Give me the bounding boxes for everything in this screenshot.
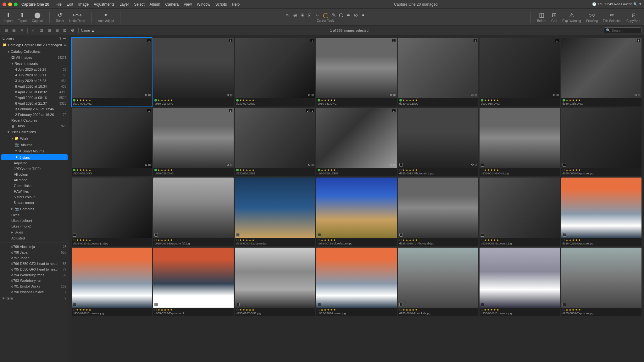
cursor-tool-8[interactable]: ⬡: [339, 12, 343, 18]
library-menu-icon[interactable]: •••: [63, 36, 66, 40]
album-worlebury-rain[interactable]: d793 Worlebury rain: [0, 278, 69, 283]
search-box[interactable]: 🔍 Search: [604, 27, 641, 33]
recent-import-0[interactable]: 4 July 2020 at 09:28 33: [0, 67, 69, 72]
cursor-tool-9[interactable]: ✒: [347, 12, 351, 18]
cursor-tool-11[interactable]: ✦: [361, 12, 365, 18]
proofing-button[interactable]: ○○ Proofing: [586, 12, 598, 23]
photo-checkbox-15[interactable]: [481, 163, 484, 167]
view-icon-3[interactable]: ≡: [18, 27, 25, 34]
recent-import-1[interactable]: 4 July 2020 at 09:11 53: [0, 72, 69, 78]
photo-cell-10[interactable]: 1 ⚙ ⊞ ★★★★★ d930-038.DNG: [72, 108, 152, 177]
menu-album[interactable]: Album: [150, 2, 160, 7]
menu-view[interactable]: View: [184, 2, 192, 7]
sidebar-item-green-links[interactable]: Green links: [0, 183, 69, 189]
photo-cell-32[interactable]: ★★★★★ d935-0267-ON1.jpg: [235, 248, 315, 316]
filters-help-icon[interactable]: ?: [64, 296, 66, 300]
menu-image[interactable]: Image: [78, 2, 89, 7]
view-icon-2[interactable]: ⊟: [10, 27, 17, 34]
album-japan-798[interactable]: d798 Japan 555: [0, 250, 69, 255]
close-button[interactable]: [3, 3, 6, 6]
album-gfx-796[interactable]: d796 D850 GFX head to head 55: [0, 261, 69, 266]
album-alun-ninja[interactable]: d799 Alun ninja 25: [0, 244, 69, 250]
view-icon-4[interactable]: ○: [30, 27, 37, 34]
library-help-icon[interactable]: ?: [59, 36, 62, 40]
menu-edit[interactable]: Edit: [67, 2, 73, 7]
photo-checkbox-31[interactable]: [154, 303, 158, 306]
recent-import-2[interactable]: 3 July 2020 at 23:23 464: [0, 78, 69, 84]
photo-checkbox-30[interactable]: [73, 303, 76, 306]
photo-cell-3[interactable]: 1 ⚙ ⊞ ★★★★★ d930-031.DNG: [316, 38, 397, 107]
sidebar-item-likes-mono[interactable]: Likes (mono): [0, 223, 69, 229]
catalog-collections-header[interactable]: ▶ Catalog Collections: [0, 48, 69, 55]
view-icon-8[interactable]: ⊠: [61, 27, 68, 34]
photo-cell-15[interactable]: ★★★★★ d935-0024v1-ON1.jpg: [480, 108, 560, 177]
menu-layer[interactable]: Layer: [119, 2, 129, 7]
photo-cell-13[interactable]: 1 ⚙ ⊞ ★★★★★ d930-050b.DNG: [316, 108, 397, 177]
menu-scripts[interactable]: Scripts: [215, 2, 227, 7]
view-icon-9[interactable]: ⚙: [69, 27, 76, 34]
sidebar-item-albums[interactable]: 📷 Albums: [0, 142, 69, 148]
photo-checkbox-14[interactable]: [399, 163, 403, 167]
grid-button[interactable]: ⊞ Grid: [551, 12, 557, 23]
album-japan-797[interactable]: d797 Japan: [0, 255, 69, 261]
sidebar-item-jpegs-tiffs[interactable]: JPEGs and TIFFs: [0, 166, 69, 172]
menu-camera[interactable]: Camera: [165, 2, 179, 7]
user-collections-header[interactable]: ▶ User Collections + −: [0, 129, 69, 135]
photo-cell-26[interactable]: ★★★★★ d935-0265-Exposure.jpg: [561, 178, 641, 246]
menu-adjustments[interactable]: Adjustments: [94, 2, 114, 7]
sort-control[interactable]: Name ▲: [81, 29, 95, 32]
smart-albums-header[interactable]: ▶ ⚙ Smart Albums: [0, 148, 69, 154]
catalog-selector[interactable]: 📁 Catalog: Capture One 20 managed ⊕: [0, 41, 69, 48]
sidebar-item-likes-colour[interactable]: Likes (colour): [0, 218, 69, 223]
recent-import-6[interactable]: 6 April 2020 at 21:37 3320: [0, 101, 69, 106]
photo-checkbox-20[interactable]: [73, 233, 76, 237]
sidebar-item-all-mono[interactable]: All mono: [0, 177, 69, 183]
album-bristol-docks[interactable]: d791 Bristol Docks 162: [0, 283, 69, 289]
cursor-tool-3[interactable]: ⊞: [300, 12, 304, 18]
recent-import-3[interactable]: 8 April 2020 at 18:34 408: [0, 84, 69, 89]
photo-checkbox-21[interactable]: [154, 233, 158, 237]
cursor-tool-2[interactable]: ⊕: [293, 12, 297, 18]
skies-header[interactable]: ▶ Skies: [0, 229, 69, 235]
view-icon-1[interactable]: ⊞: [3, 27, 9, 34]
photo-cell-14[interactable]: ⚙ ⊞ ★★★★★ d935-0013_PhotoLab-1.jpg: [398, 108, 478, 177]
photo-cell-2[interactable]: 1 ⚙ ⊞ ★★★★★ d930-027.DNG: [235, 38, 315, 107]
photo-cell-5[interactable]: 1 ⚙ ⊞ ★★★★★ d930-035.DNG: [480, 38, 560, 107]
capture-button[interactable]: ⬤ Capture: [32, 12, 43, 23]
album-bishops-palace[interactable]: d790 Bishops Palace 7: [0, 289, 69, 295]
cursor-tool-6[interactable]: ◯: [323, 12, 329, 18]
photo-checkbox-36[interactable]: [563, 303, 566, 306]
import-button[interactable]: ⬇ Import: [4, 12, 13, 23]
photo-cell-22[interactable]: ★★★★★ d935-0043-Exposure.jpg: [235, 178, 315, 246]
photo-cell-25[interactable]: ★★★★★ d935-0086-Exposure.jpg: [480, 178, 560, 246]
photo-cell-31[interactable]: ★★★★★ d935-0267-Exposure.tif: [153, 248, 233, 316]
minimize-button[interactable]: [8, 3, 12, 6]
recent-import-8[interactable]: 2 February 2020 at 16:26 72: [0, 112, 69, 118]
photo-checkbox-26[interactable]: [563, 233, 566, 237]
photo-cell-21[interactable]: ★★★★★ d935-0033-Exposure (2).jpg: [153, 178, 233, 246]
photo-cell-11[interactable]: 1 ⚙ ⊞ ★★★★★ d930-039.DNG: [153, 108, 233, 177]
sidebar-item-recent-captures[interactable]: Recent Captures: [0, 118, 69, 123]
sidebar-item-all-colour[interactable]: All colour: [0, 172, 69, 177]
user-collections-add-icon[interactable]: +: [61, 130, 63, 134]
photo-checkbox-32[interactable]: [236, 303, 240, 306]
reset-button[interactable]: ↺ Reset: [56, 12, 64, 23]
photo-cell-35[interactable]: ★★★★★ d935-0848-Exposure.jpg: [480, 248, 560, 316]
recent-imports-header[interactable]: ▶ Recent Imports: [0, 60, 69, 67]
sidebar-item-adjusted[interactable]: Adjusted: [0, 160, 69, 166]
album-worlebury-trees[interactable]: d794 Worlebury trees 32: [0, 272, 69, 278]
user-collections-remove-icon[interactable]: −: [64, 130, 66, 134]
undoredo-button[interactable]: ↩↪ Undo/Redo: [69, 12, 85, 23]
photo-checkbox-22[interactable]: [236, 233, 240, 237]
cursor-tool-1[interactable]: ↖: [286, 12, 290, 18]
photo-checkbox-33[interactable]: [318, 303, 321, 306]
maximize-button[interactable]: [14, 3, 18, 6]
photo-cell-24[interactable]: ★★★★★ d935-0085_1_PhotoLab.jpg: [398, 178, 478, 246]
before-button[interactable]: ◫ Before: [537, 12, 546, 23]
photo-cell-20[interactable]: ★★★★★ d935-0033-Exposure (1).jpg: [72, 178, 152, 246]
recent-import-4[interactable]: 8 April 2020 at 08:32 4380: [0, 89, 69, 95]
photo-cell-1[interactable]: 1 ⚙ ⊞ ★★★★★ d930-013.DNG: [153, 38, 233, 107]
sidebar-item-work[interactable]: ▶ 📁 Work: [0, 135, 69, 142]
copy-app-button[interactable]: ⎘ Copy/App: [626, 12, 640, 23]
export-button[interactable]: ⬆ Export: [18, 12, 27, 23]
